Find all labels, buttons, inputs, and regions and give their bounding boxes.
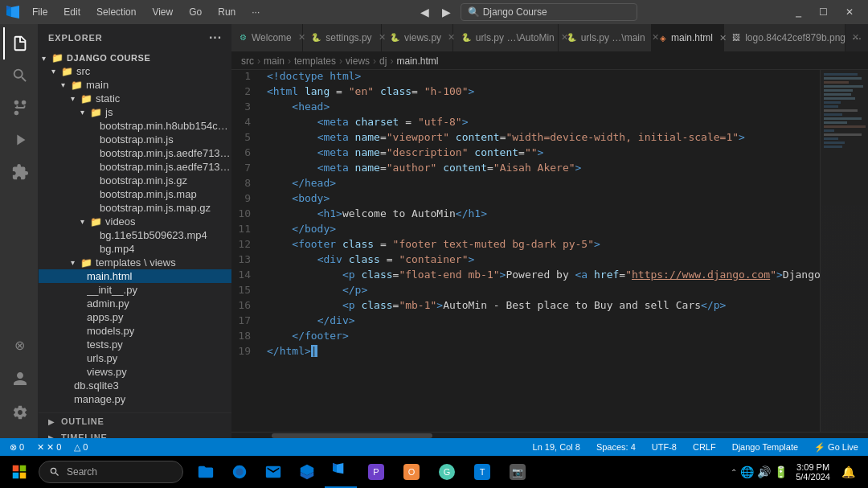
network-icon[interactable]: 🌐: [740, 465, 754, 478]
status-line-ending[interactable]: CRLF: [690, 442, 719, 452]
tab-close-icon[interactable]: ✕: [559, 31, 570, 43]
breadcrumb-dj[interactable]: dj: [379, 55, 387, 67]
status-live-share[interactable]: ⚡ Go Live: [811, 442, 862, 453]
sidebar-item-urls[interactable]: urls.py: [39, 351, 231, 365]
activity-remote[interactable]: ⊗: [3, 329, 35, 361]
sidebar-item-js[interactable]: ▾ 📁 js: [39, 105, 231, 119]
taskbar-app-files[interactable]: [190, 456, 222, 488]
arrow-icon: ▾: [61, 80, 71, 89]
breadcrumb-src[interactable]: src: [241, 55, 254, 67]
tab-close-icon[interactable]: ✕: [446, 31, 457, 43]
taskbar-app-edge[interactable]: [223, 456, 256, 488]
taskbar-app-mail[interactable]: [257, 456, 289, 488]
sidebar-item-bootstrap4[interactable]: bootstrap.min.js.aedfe713a…: [39, 160, 231, 174]
sidebar-item-bootstrap-mapgz[interactable]: bootstrap.min.js.map.gz: [39, 201, 231, 215]
menu-run[interactable]: Run: [211, 5, 242, 19]
status-line-col[interactable]: Ln 19, Col 8: [530, 442, 583, 452]
status-spaces[interactable]: Spaces: 4: [593, 442, 639, 452]
activity-explorer[interactable]: [3, 27, 35, 59]
tab-urls-main[interactable]: 🐍 urls.py …\main ✕: [559, 24, 652, 51]
taskbar-app-purple[interactable]: P: [360, 456, 392, 488]
sidebar-item-bootstrap-gz[interactable]: bootstrap.min.js.gz: [39, 174, 231, 187]
sidebar-item-sqlite3[interactable]: db.sqlite3: [39, 379, 231, 392]
taskbar-search-bar[interactable]: Search: [39, 461, 183, 483]
breadcrumb-file[interactable]: main.html: [396, 55, 438, 67]
menu-view[interactable]: View: [145, 5, 179, 19]
notification-icon[interactable]: 🔔: [838, 465, 858, 478]
sidebar-item-bootstrap2[interactable]: bootstrap.min.js: [39, 133, 231, 146]
menu-edit[interactable]: Edit: [57, 5, 87, 19]
menu-file[interactable]: File: [26, 5, 54, 19]
tab-close-icon[interactable]: ✕: [850, 31, 861, 43]
battery-icon[interactable]: 🔋: [774, 465, 788, 478]
activity-extensions[interactable]: [3, 156, 35, 188]
sidebar-item-bg-mp4-2[interactable]: bg.mp4: [39, 242, 231, 256]
status-language[interactable]: Django Template: [729, 442, 801, 452]
sidebar-item-videos[interactable]: ▾ 📁 videos: [39, 215, 231, 228]
sidebar-item-src[interactable]: ▾ 📁 src: [39, 64, 231, 78]
sidebar-item-main[interactable]: ▾ 📁 main: [39, 78, 231, 92]
menu-selection[interactable]: Selection: [90, 5, 142, 19]
start-button[interactable]: [3, 456, 35, 488]
close-button[interactable]: ✕: [837, 3, 862, 21]
tab-views[interactable]: 🐍 views.py ✕: [382, 24, 453, 51]
sidebar-item-static[interactable]: ▾ 📁 static: [39, 92, 231, 105]
tab-close-icon[interactable]: ✕: [650, 31, 661, 43]
menu-more[interactable]: ···: [245, 5, 266, 19]
status-errors[interactable]: ✕ ✕ 0: [34, 442, 64, 453]
breadcrumb-templates[interactable]: templates: [294, 55, 336, 67]
activity-settings[interactable]: [3, 396, 35, 429]
activity-search[interactable]: [3, 59, 35, 92]
sidebar-item-views[interactable]: views.py: [39, 365, 231, 379]
sidebar-item-manage[interactable]: manage.py: [39, 392, 231, 406]
nav-back-button[interactable]: ◀: [417, 4, 432, 20]
sidebar-item-bootstrap1[interactable]: bootstrap.min.h8ubb154c7…: [39, 119, 231, 133]
menu-go[interactable]: Go: [182, 5, 208, 19]
chevron-up-icon[interactable]: ⌃: [731, 468, 737, 477]
tab-close-icon[interactable]: ✕: [377, 31, 387, 43]
tab-welcome[interactable]: ⚙ Welcome ✕: [231, 24, 303, 51]
maximize-button[interactable]: ☐: [811, 3, 836, 21]
sidebar-item-templates[interactable]: ▾ 📁 templates \ views: [39, 256, 231, 269]
sidebar-item-apps[interactable]: apps.py: [39, 310, 231, 324]
breadcrumb-views[interactable]: views: [346, 55, 370, 67]
taskbar-app-orange[interactable]: O: [395, 456, 428, 488]
taskbar-app-green[interactable]: G: [431, 456, 463, 488]
sidebar-item-models[interactable]: models.py: [39, 324, 231, 338]
status-remote[interactable]: ⊗ 0: [6, 442, 27, 453]
taskbar-app-camera[interactable]: 📷: [502, 456, 534, 488]
sidebar-item-bootstrap3[interactable]: bootstrap.min.js.aedfe713a…: [39, 146, 231, 160]
sidebar-item-init[interactable]: __init__.py: [39, 283, 231, 297]
sidebar-more-icon[interactable]: ···: [209, 31, 222, 45]
activity-run-debug[interactable]: [3, 124, 35, 156]
minimize-button[interactable]: ⎯: [788, 3, 809, 21]
breadcrumb-main[interactable]: main: [264, 55, 285, 67]
volume-icon[interactable]: 🔊: [757, 465, 771, 478]
tab-close-icon[interactable]: ✕: [718, 32, 728, 44]
tab-urls-automin[interactable]: 🐍 urls.py …\AutoMin ✕: [453, 24, 559, 51]
outline-section[interactable]: ▶ OUTLINE: [39, 413, 231, 429]
tab-close-icon[interactable]: ✕: [297, 31, 307, 43]
taskbar-app-blue2[interactable]: T: [466, 456, 498, 488]
sidebar-item-admin[interactable]: admin.py: [39, 297, 231, 310]
command-search-bar[interactable]: 🔍 Django Course: [461, 3, 637, 21]
nav-forward-button[interactable]: ▶: [439, 4, 454, 20]
taskbar-app-store[interactable]: [291, 456, 323, 488]
timeline-section[interactable]: ▶ TIMELINE: [39, 429, 231, 438]
activity-account[interactable]: [3, 363, 35, 395]
taskbar-app-vscode[interactable]: [325, 456, 357, 488]
tab-logo-png[interactable]: 🖼 logo.84c42cef879b.png ✕: [724, 24, 845, 51]
status-encoding[interactable]: UTF-8: [649, 442, 680, 452]
code-editor[interactable]: 1 <!doctype html> 2 <html lang = "en" cl…: [231, 70, 820, 432]
horizontal-scrollbar[interactable]: [231, 432, 868, 438]
sidebar-item-main-html[interactable]: main.html: [39, 269, 231, 283]
tab-settings[interactable]: 🐍 settings.py ✕: [303, 24, 382, 51]
sidebar-item-bootstrap-map[interactable]: bootstrap.min.js.map: [39, 187, 231, 201]
sidebar-item-tests[interactable]: tests.py: [39, 338, 231, 351]
sidebar-item-bg-mp4-1[interactable]: bg.11e51b509623.mp4: [39, 228, 231, 242]
activity-source-control[interactable]: [3, 92, 35, 124]
taskbar-clock[interactable]: 3:09 PM 5/4/2024: [789, 462, 837, 482]
status-warnings[interactable]: △ 0: [71, 442, 91, 453]
sidebar-item-project[interactable]: ▾ 📁 DJANGO COURSE: [39, 51, 231, 64]
tab-main-html[interactable]: ◈ main.html ✕: [652, 24, 724, 51]
